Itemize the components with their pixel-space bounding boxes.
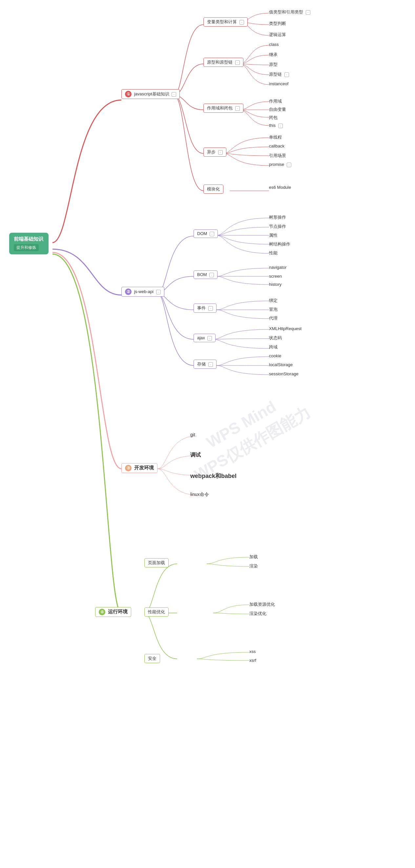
b2-bom-c1: navigator	[269, 265, 287, 270]
b1-scope-c4-icon[interactable]: -	[278, 124, 283, 128]
b2-event-node[interactable]: 事件 -	[194, 304, 216, 313]
b4-load-c1: 加载	[249, 554, 258, 560]
b1-var-icon[interactable]: -	[239, 20, 244, 25]
b1-async-c2: callback	[269, 144, 285, 149]
b2-event-c2: 冒泡	[269, 307, 277, 312]
branch4-node[interactable]: ④ 运行环境	[95, 607, 131, 617]
b4-perf-c1: 加载资源优化	[249, 601, 275, 608]
b2-dom-node[interactable]: DOM -	[194, 229, 218, 238]
b2-storage-c2: localStorage	[269, 362, 293, 367]
b2-storage-c3: sessionStorage	[269, 371, 299, 376]
b2-bom-node[interactable]: BOM -	[194, 271, 217, 279]
b1-module-c1: es6 Module	[269, 185, 291, 190]
b2-dom-c2: 节点操作	[269, 223, 286, 229]
b1-module-label: 模块化	[207, 187, 220, 191]
b1-var-c2: 类型判断	[269, 21, 286, 27]
b1-proto-c3: 原型	[269, 62, 277, 67]
branch2-num: ②	[125, 288, 131, 295]
branch4-label: 运行环境	[108, 609, 128, 614]
b2-ajax-icon[interactable]: -	[207, 336, 212, 341]
branch1-collapse-icon[interactable]: -	[172, 92, 176, 97]
b2-bom-c2: screen	[269, 274, 282, 279]
b1-async-c4-icon[interactable]: -	[287, 163, 291, 167]
b1-async-node[interactable]: 异步 -	[203, 148, 226, 157]
branch3-node[interactable]: ③ 开发环境	[121, 463, 157, 473]
b1-var-c3: 逻辑运算	[269, 32, 286, 38]
b1-scope-c1: 作用域	[269, 98, 282, 104]
b2-event-c3: 代理	[269, 315, 277, 321]
b2-dom-c4: 树结构操作	[269, 241, 290, 247]
b4-perf-c2: 渲染优化	[249, 611, 266, 617]
watermark: WPS Mind WPS仅供作图能力	[179, 382, 314, 486]
b2-ajax-c3: 跨域	[269, 344, 277, 350]
b4-page-load-node[interactable]: 页面加载	[144, 558, 169, 567]
b1-proto-c4: 原型链 -	[269, 71, 289, 78]
b1-async-c4: promise -	[269, 162, 291, 167]
b2-dom-c3: 属性	[269, 232, 277, 238]
b3-c1: git	[190, 432, 195, 437]
b2-storage-icon[interactable]: -	[208, 362, 213, 367]
b2-bom-c3: history	[269, 282, 281, 287]
branch1-node[interactable]: ① javascript基础知识 -	[121, 89, 180, 99]
b2-event-c1: 绑定	[269, 298, 277, 304]
b3-c3: webpack和babel	[190, 472, 237, 480]
b2-storage-label: 存储	[197, 362, 206, 367]
b4-security-c2: xsrf	[249, 658, 256, 663]
b1-scope-c2: 自由变量	[269, 106, 286, 113]
b1-scope-c4: this -	[269, 123, 283, 128]
b3-c4: linux命令	[190, 492, 209, 498]
b1-module-node[interactable]: 模块化	[203, 185, 224, 194]
b2-dom-icon[interactable]: -	[210, 232, 214, 236]
b2-bom-label: BOM	[197, 272, 207, 277]
b1-proto-c4-icon[interactable]: -	[285, 72, 289, 77]
b2-dom-c5: 性能	[269, 250, 277, 256]
mind-map: WPS Mind WPS仅供作图能力	[0, 0, 415, 868]
b1-proto-c5: instanceof	[269, 81, 288, 86]
branch4-num: ④	[99, 609, 105, 615]
b1-async-c1: 单线程	[269, 134, 282, 140]
root-node: 前端基础知识 提升和修炼	[9, 233, 49, 254]
b1-async-label: 异步	[207, 150, 215, 154]
branch1-num: ①	[125, 91, 131, 97]
root-title: 前端基础知识	[14, 236, 44, 242]
b4-page-load-label: 页面加载	[148, 560, 165, 565]
b1-proto-c1: class	[269, 42, 279, 47]
branch2-node[interactable]: ② js-web-api -	[121, 287, 165, 297]
b1-scope-node[interactable]: 作用域和闭包 -	[203, 103, 243, 113]
b2-storage-node[interactable]: 存储 -	[194, 360, 216, 369]
b1-proto-label: 原型和原型链	[207, 60, 233, 65]
b1-var-c1-icon[interactable]: -	[306, 10, 310, 15]
b4-security-label: 安全	[148, 656, 156, 661]
b1-async-icon[interactable]: -	[218, 150, 223, 155]
branch2-collapse-icon[interactable]: -	[156, 290, 161, 294]
connection-lines	[0, 0, 415, 868]
branch3-label: 开发环境	[134, 465, 154, 470]
branch2-label: js-web-api	[134, 289, 153, 294]
b1-scope-icon[interactable]: -	[235, 106, 240, 111]
b4-perf-label: 性能优化	[148, 609, 165, 614]
b2-ajax-c1: XMLHttpRequest	[269, 326, 301, 331]
b2-ajax-node[interactable]: ajax -	[194, 334, 215, 342]
b2-ajax-c2: 状态码	[269, 335, 282, 341]
b1-scope-c3: 闭包	[269, 115, 277, 121]
b2-ajax-label: ajax	[197, 335, 205, 340]
b3-c2: 调试	[190, 452, 201, 459]
root-subtitle: 提升和修炼	[14, 244, 39, 251]
b2-event-icon[interactable]: -	[208, 306, 213, 311]
b1-var-node[interactable]: 变量类型和计算 -	[203, 18, 248, 27]
b1-var-c1: 值类型和引用类型 -	[269, 9, 310, 15]
b1-proto-node[interactable]: 原型和原型链 -	[203, 58, 243, 67]
b4-security-c1: xss	[249, 649, 256, 654]
b1-scope-label: 作用域和闭包	[207, 105, 233, 111]
b1-async-c3: 引用场景	[269, 153, 286, 159]
b2-bom-icon[interactable]: -	[209, 273, 214, 277]
b2-event-label: 事件	[197, 306, 206, 310]
b4-perf-node[interactable]: 性能优化	[144, 608, 169, 617]
b4-security-node[interactable]: 安全	[144, 654, 160, 663]
b2-dom-label: DOM	[197, 231, 207, 236]
b4-load-c2: 渲染	[249, 563, 258, 569]
b1-proto-icon[interactable]: -	[235, 60, 240, 65]
b1-var-label: 变量类型和计算	[207, 19, 237, 24]
b2-storage-c1: cookie	[269, 353, 281, 358]
branch1-label: javascript基础知识	[134, 91, 169, 96]
